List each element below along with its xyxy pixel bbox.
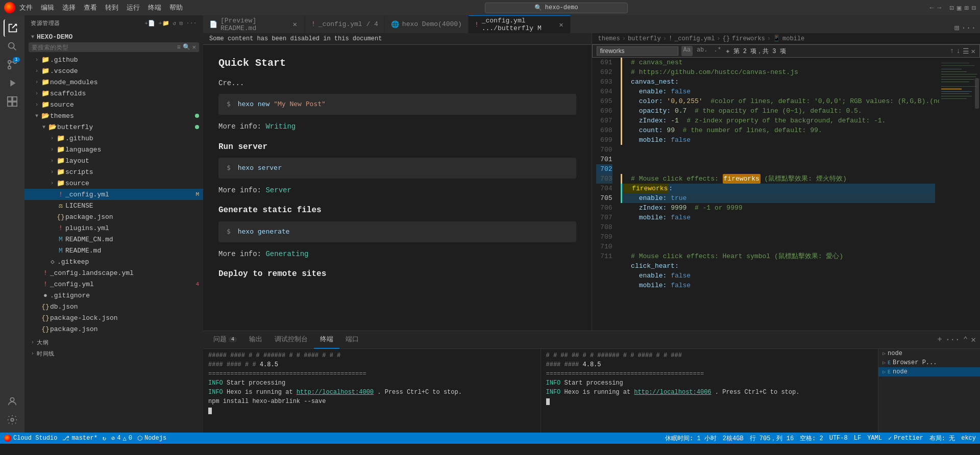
sb-language[interactable]: YAML	[867, 435, 882, 442]
nav-back[interactable]: ←	[929, 4, 934, 12]
tab-config-1[interactable]: ! _config.yml / 4	[305, 15, 385, 33]
tree-item-scripts[interactable]: › 📁 scripts	[24, 166, 203, 178]
tree-item-nodemodules[interactable]: › 📁 node_modules	[24, 77, 203, 88]
terminal-node-2[interactable]: ▷ E node	[878, 367, 980, 376]
terminal-browser-p[interactable]: ▷ E Browser P...	[878, 358, 980, 367]
server-link[interactable]: Server	[265, 186, 291, 194]
sb-eol[interactable]: LF	[854, 435, 861, 442]
tree-item-gitignore[interactable]: › ● .gitignore	[24, 290, 203, 301]
tree-item-package-lock[interactable]: › {} package-lock.json	[24, 312, 203, 323]
regex-btn[interactable]: .*	[712, 46, 723, 56]
tree-item-config-yml-bf[interactable]: › ! _config.yml M	[24, 189, 203, 200]
activity-search[interactable]	[4, 38, 21, 55]
activity-run[interactable]	[4, 74, 21, 92]
terminal-pane-left[interactable]: ##### #### # # ###### # # #### # # # ###…	[203, 349, 541, 433]
find-close-btn[interactable]: ✕	[971, 47, 975, 56]
tree-item-config-landscape[interactable]: › ! _config.landscape.yml	[24, 267, 203, 279]
panel-close-btn[interactable]: ✕	[971, 335, 976, 345]
collapse-icon[interactable]: ⊟	[180, 20, 183, 27]
add-terminal-btn[interactable]: +	[937, 335, 942, 344]
tree-item-plugins[interactable]: › ! plugins.yml	[24, 222, 203, 234]
sb-encoding[interactable]: UTF-8	[829, 435, 848, 442]
tree-item-layout[interactable]: › 📁 layout	[24, 155, 203, 166]
match-word-btn[interactable]: ab.	[695, 46, 710, 56]
panel-min-btn[interactable]: ⌃	[963, 335, 968, 345]
terminal-pane-right[interactable]: # # ## ## # # ###### # # #### # # ### ##…	[541, 349, 878, 433]
sb-branch[interactable]: ⎇ master*	[62, 435, 97, 442]
bc-themes[interactable]: themes	[598, 35, 620, 42]
menu-view[interactable]: 查看	[84, 3, 97, 12]
localhost-link-4000[interactable]: http://localhost:4000	[297, 389, 374, 396]
sb-errors[interactable]: ⊘ 4 △ 0	[111, 435, 132, 442]
sb-layout[interactable]: 布局: 无	[929, 434, 955, 443]
sb-prettier[interactable]: ✓ Prettier	[888, 435, 923, 442]
panel-tab-output[interactable]: 输出	[243, 331, 268, 349]
tree-item-readme[interactable]: › M README.md	[24, 245, 203, 256]
tree-item-gitkeep[interactable]: › ◇ .gitkeep	[24, 256, 203, 267]
tree-item-db[interactable]: › {} db.json	[24, 301, 203, 312]
project-root[interactable]: ▼ HEXO-DEMO	[24, 31, 203, 42]
match-case-btn[interactable]: Aa	[681, 46, 693, 56]
tree-item-config-root[interactable]: › ! _config.yml 4	[24, 279, 203, 290]
panel-menu-btn[interactable]: ···	[945, 335, 960, 344]
tree-item-license[interactable]: › ⚖ LICENSE	[24, 200, 203, 211]
menu-terminal[interactable]: 终端	[148, 3, 161, 12]
tree-item-source-root[interactable]: › 📁 source	[24, 99, 203, 110]
activity-git[interactable]: 1	[4, 56, 21, 73]
menu-select[interactable]: 选择	[62, 3, 76, 12]
bc-butterfly[interactable]: butterfly	[628, 35, 661, 42]
activity-account[interactable]	[4, 393, 21, 410]
find-prev-btn[interactable]: ↑	[950, 47, 954, 56]
sb-spaces[interactable]: 空格: 2	[800, 434, 823, 443]
menu-file[interactable]: 文件	[19, 3, 33, 12]
generating-link[interactable]: Generating	[265, 250, 308, 258]
menu-edit[interactable]: 编辑	[41, 3, 54, 12]
layout-icon-1[interactable]: ⊡	[949, 4, 953, 12]
panel-tab-terminal[interactable]: 终端	[314, 331, 339, 349]
tree-item-bf-source[interactable]: › 📁 source	[24, 178, 203, 189]
tree-item-bf-github[interactable]: › 📁 .github	[24, 133, 203, 144]
tree-section-outline[interactable]: › 大纲	[24, 337, 203, 348]
tree-item-languages[interactable]: › 📁 languages	[24, 144, 203, 155]
panel-tab-ports[interactable]: 端口	[339, 331, 365, 349]
new-file-icon[interactable]: +📄	[144, 20, 156, 27]
sidebar-search-input[interactable]	[32, 44, 175, 51]
find-next-btn[interactable]: ↓	[956, 47, 960, 56]
new-folder-icon[interactable]: +📁	[159, 20, 170, 27]
layout-icon-4[interactable]: ⊟	[972, 4, 976, 12]
menu-run[interactable]: 运行	[127, 3, 140, 12]
writing-link[interactable]: Writing	[265, 122, 296, 131]
panel-tab-debug[interactable]: 调试控制台	[268, 331, 314, 349]
tab-close-button[interactable]: ✕	[291, 20, 299, 29]
menu-goto[interactable]: 转到	[105, 3, 118, 12]
bc-mobile[interactable]: mobile	[782, 35, 804, 42]
sb-idle[interactable]: 休眠时间: 1 小时	[665, 434, 717, 443]
panel-tab-problems[interactable]: 问题 4	[207, 331, 243, 349]
terminal-node-1[interactable]: ▷ node	[878, 349, 980, 358]
sb-sync[interactable]: ↻	[103, 435, 106, 442]
layout-icon-3[interactable]: ⊞	[964, 4, 968, 12]
tree-item-themes[interactable]: ▼ 📂 themes	[24, 110, 203, 121]
tab-hexo-demo[interactable]: 🌐 hexo Demo(4000)	[385, 15, 469, 33]
activity-extensions[interactable]	[4, 93, 21, 110]
bc-config[interactable]: _config.yml	[674, 35, 715, 42]
tab-readme-preview[interactable]: 📄 [Preview] README.md ✕	[203, 15, 305, 33]
find-more-btn[interactable]: ☰	[963, 47, 969, 56]
more-icon[interactable]: ···	[186, 20, 197, 27]
tree-item-bf-package[interactable]: › {} package.json	[24, 211, 203, 222]
tree-item-readme-cn[interactable]: › M README_CN.md	[24, 234, 203, 245]
layout-icon-2[interactable]: ▣	[957, 4, 961, 12]
split-editor-icon[interactable]: ⊞	[954, 23, 960, 33]
tree-item-package[interactable]: › {} package.json	[24, 323, 203, 335]
activity-settings[interactable]	[4, 411, 21, 428]
star-btn[interactable]: ✦	[725, 46, 730, 56]
bc-fireworks[interactable]: fireworks	[732, 35, 765, 42]
close-search-icon[interactable]: ✕	[192, 43, 196, 51]
search-icon[interactable]: 🔍	[183, 43, 190, 51]
sb-row-col[interactable]: 行 705，列 16	[750, 434, 794, 443]
tree-item-butterfly[interactable]: ▼ 📂 butterfly	[24, 121, 203, 133]
filter-icon[interactable]: ≡	[177, 44, 181, 51]
find-input[interactable]	[597, 46, 678, 56]
refresh-icon[interactable]: ↺	[173, 20, 176, 27]
more-tabs-icon[interactable]: ···	[961, 23, 976, 33]
